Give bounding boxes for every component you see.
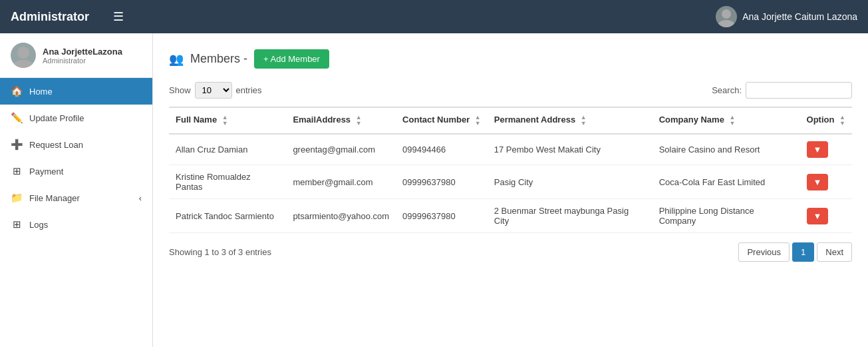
col-option[interactable]: Option ▲▼ xyxy=(800,107,852,134)
cell-address: 17 Pembo West Makati City xyxy=(488,134,652,165)
sort-company-icon: ▲▼ xyxy=(730,115,736,127)
cell-contact: 099494466 xyxy=(396,134,488,165)
chevron-left-icon: ‹ xyxy=(139,193,142,203)
sidebar-logs-label: Logs xyxy=(29,220,48,230)
cell-address: Pasig City xyxy=(488,165,652,199)
home-icon: 🏠 xyxy=(11,85,23,97)
navbar-right: Ana Jorjette Caitum Lazona xyxy=(716,6,857,27)
sidebar-item-update-profile[interactable]: ✏️ Update Profile xyxy=(0,105,152,131)
members-icon: 👥 xyxy=(169,52,184,67)
cell-email: member@gmail.com xyxy=(286,165,396,199)
col-fullname[interactable]: Full Name ▲▼ xyxy=(169,107,286,134)
sidebar-user-info: Ana JorjetteLazona Administrator xyxy=(43,47,122,65)
navbar-brand: Administrator xyxy=(11,10,89,24)
add-member-button[interactable]: + Add Member xyxy=(254,49,329,69)
page-title: Members - xyxy=(190,52,247,66)
sort-option-icon: ▲▼ xyxy=(839,115,845,127)
previous-button[interactable]: Previous xyxy=(738,242,790,262)
folder-icon: 📁 xyxy=(11,192,23,204)
svg-point-3 xyxy=(13,60,33,68)
cell-fullname: Allan Cruz Damian xyxy=(169,134,286,165)
sidebar-nav: 🏠 Home ✏️ Update Profile ➕ Request Loan … xyxy=(0,78,152,347)
sidebar: Ana JorjetteLazona Administrator 🏠 Home … xyxy=(0,33,153,347)
sidebar-item-logs[interactable]: ⊞ Logs xyxy=(0,211,152,238)
hamburger-icon[interactable]: ☰ xyxy=(113,9,124,24)
members-table: Full Name ▲▼ EmailAddress ▲▼ Contact Num… xyxy=(169,107,852,233)
grid-icon: ⊞ xyxy=(11,165,23,177)
sidebar-item-payment[interactable]: ⊞ Payment xyxy=(0,158,152,184)
search-box: Search: xyxy=(712,82,852,99)
option-button[interactable]: ▼ xyxy=(807,208,829,224)
cell-email: ptsarmiento@yahoo.com xyxy=(286,199,396,233)
sort-fullname-icon: ▲▼ xyxy=(222,115,228,127)
sort-email-icon: ▲▼ xyxy=(356,115,362,127)
pencil-icon: ✏️ xyxy=(11,112,23,124)
cell-option[interactable]: ▼ xyxy=(800,199,852,233)
navbar-username: Ana Jorjette Caitum Lazona xyxy=(742,11,857,22)
show-label: Show xyxy=(169,85,191,95)
sidebar-item-home[interactable]: 🏠 Home xyxy=(0,78,152,105)
cell-option[interactable]: ▼ xyxy=(800,165,852,199)
cell-fullname: Patrick Tandoc Sarmiento xyxy=(169,199,286,233)
cell-company: Coca-Cola Far East Limited xyxy=(652,165,800,199)
page-header: 👥 Members - + Add Member xyxy=(169,49,852,69)
option-button[interactable]: ▼ xyxy=(807,174,829,190)
cell-contact: 09999637980 xyxy=(396,165,488,199)
table-row: Kristine Romualdez Pantas member@gmail.c… xyxy=(169,165,852,199)
cell-address: 2 Buenmar Street maybunga Pasig City xyxy=(488,199,652,233)
navbar: Administrator ☰ Ana Jorjette Caitum Lazo… xyxy=(0,0,868,33)
sidebar-update-label: Update Profile xyxy=(29,113,84,123)
svg-point-2 xyxy=(17,47,29,59)
table-footer: Showing 1 to 3 of 3 entries Previous 1 N… xyxy=(169,242,852,262)
search-label: Search: xyxy=(712,85,742,95)
sidebar-home-label: Home xyxy=(29,87,53,97)
table-body: Allan Cruz Damian greentag@gmail.com 099… xyxy=(169,134,852,233)
option-button[interactable]: ▼ xyxy=(807,141,829,158)
main-content: 👥 Members - + Add Member Show 10 25 50 1… xyxy=(153,33,868,347)
sidebar-user: Ana JorjetteLazona Administrator xyxy=(0,33,152,78)
sidebar-filemanager-label: File Manager xyxy=(29,193,80,203)
entries-select[interactable]: 10 25 50 100 xyxy=(195,82,232,99)
logs-icon: ⊞ xyxy=(11,218,23,230)
navbar-left: Administrator ☰ xyxy=(11,9,124,24)
sort-address-icon: ▲▼ xyxy=(581,115,587,127)
sidebar-loan-label: Request Loan xyxy=(29,140,83,150)
svg-point-1 xyxy=(718,20,734,27)
cell-fullname: Kristine Romualdez Pantas xyxy=(169,165,286,199)
sidebar-avatar xyxy=(11,43,36,68)
show-entries: Show 10 25 50 100 entries xyxy=(169,82,262,99)
layout: Ana JorjetteLazona Administrator 🏠 Home … xyxy=(0,33,868,347)
search-input[interactable] xyxy=(746,82,852,99)
col-address[interactable]: Permanent Address ▲▼ xyxy=(488,107,652,134)
col-email[interactable]: EmailAddress ▲▼ xyxy=(286,107,396,134)
sort-contact-icon: ▲▼ xyxy=(475,115,481,127)
sidebar-user-role: Administrator xyxy=(43,57,122,65)
cell-option[interactable]: ▼ xyxy=(800,134,852,165)
col-company[interactable]: Company Name ▲▼ xyxy=(652,107,800,134)
cell-company: Philippine Long Distance Company xyxy=(652,199,800,233)
table-header: Full Name ▲▼ EmailAddress ▲▼ Contact Num… xyxy=(169,107,852,134)
table-controls: Show 10 25 50 100 entries Search: xyxy=(169,82,852,99)
table-row: Allan Cruz Damian greentag@gmail.com 099… xyxy=(169,134,852,165)
next-button[interactable]: Next xyxy=(817,242,852,262)
plus-icon: ➕ xyxy=(11,139,23,151)
sidebar-item-request-loan[interactable]: ➕ Request Loan xyxy=(0,131,152,158)
cell-contact: 09999637980 xyxy=(396,199,488,233)
pagination: Previous 1 Next xyxy=(738,242,852,262)
sidebar-user-name: Ana JorjetteLazona xyxy=(43,47,122,57)
table-row: Patrick Tandoc Sarmiento ptsarmiento@yah… xyxy=(169,199,852,233)
col-contact[interactable]: Contact Number ▲▼ xyxy=(396,107,488,134)
entries-label: entries xyxy=(236,85,262,95)
cell-company: Solaire Casino and Resort xyxy=(652,134,800,165)
showing-text: Showing 1 to 3 of 3 entries xyxy=(169,247,271,257)
avatar xyxy=(716,6,737,27)
sidebar-item-file-manager[interactable]: 📁 File Manager ‹ xyxy=(0,184,152,211)
cell-email: greentag@gmail.com xyxy=(286,134,396,165)
sidebar-payment-label: Payment xyxy=(29,167,63,176)
svg-point-0 xyxy=(722,9,731,19)
page-1-button[interactable]: 1 xyxy=(792,242,814,262)
